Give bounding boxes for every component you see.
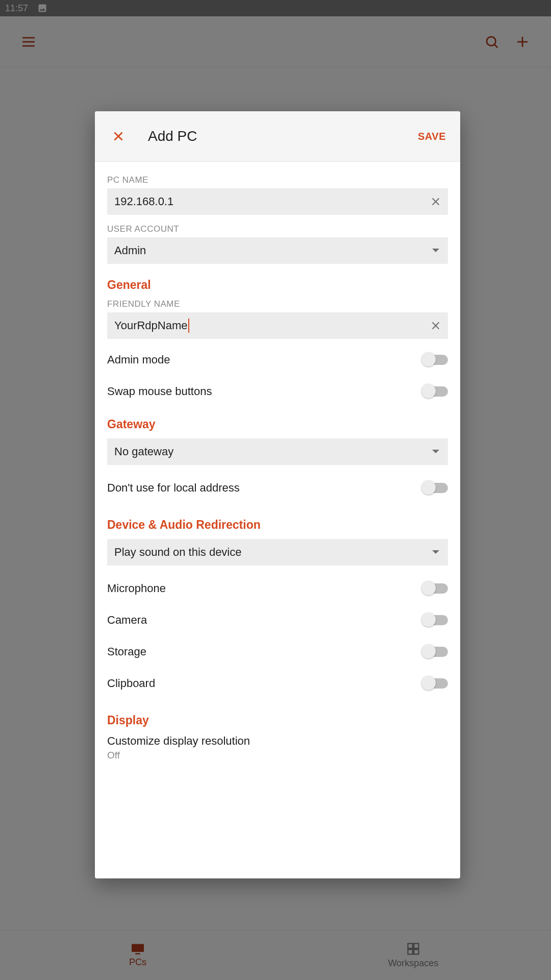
friendly-name-value: YourRdpName	[114, 319, 188, 332]
storage-row: Storage	[107, 636, 448, 668]
dialog-body: PC NAME USER ACCOUNT Admin General FRIEN…	[95, 162, 460, 878]
camera-row: Camera	[107, 604, 448, 636]
camera-label: Camera	[107, 614, 147, 627]
user-account-value: Admin	[114, 244, 146, 257]
customize-display-row[interactable]: Customize display resolution Off	[107, 734, 448, 761]
customize-display-label: Customize display resolution	[107, 734, 448, 748]
chevron-down-icon	[432, 449, 440, 454]
swap-mouse-toggle[interactable]	[422, 386, 448, 397]
microphone-toggle[interactable]	[422, 583, 448, 594]
gateway-dropdown[interactable]: No gateway	[107, 438, 448, 465]
user-account-label: USER ACCOUNT	[107, 224, 448, 234]
pc-name-field[interactable]	[107, 188, 448, 215]
save-button[interactable]: SAVE	[418, 131, 446, 142]
user-account-dropdown[interactable]: Admin	[107, 237, 448, 264]
chevron-down-icon	[432, 550, 440, 555]
pc-name-input[interactable]	[114, 195, 441, 208]
customize-display-value: Off	[107, 750, 448, 761]
dialog-title: Add PC	[148, 128, 418, 144]
dont-use-local-toggle[interactable]	[422, 483, 448, 493]
section-gateway-title: Gateway	[107, 418, 448, 431]
swap-mouse-row: Swap mouse buttons	[107, 376, 448, 407]
clipboard-toggle[interactable]	[422, 678, 448, 689]
dont-use-local-row: Don't use for local address	[107, 472, 448, 504]
pc-name-label: PC NAME	[107, 175, 448, 185]
section-device-audio-title: Device & Audio Redirection	[107, 518, 448, 532]
sound-dropdown[interactable]: Play sound on this device	[107, 539, 448, 566]
chevron-down-icon	[432, 248, 440, 253]
gateway-value: No gateway	[114, 445, 173, 458]
storage-label: Storage	[107, 645, 146, 658]
clipboard-label: Clipboard	[107, 677, 155, 690]
clear-icon[interactable]	[429, 194, 443, 209]
microphone-row: Microphone	[107, 573, 448, 604]
sound-value: Play sound on this device	[114, 546, 242, 559]
camera-toggle[interactable]	[422, 615, 448, 625]
clipboard-row: Clipboard	[107, 668, 448, 699]
admin-mode-row: Admin mode	[107, 344, 448, 376]
clear-icon[interactable]	[429, 318, 443, 333]
dialog-header: Add PC SAVE	[95, 111, 460, 162]
admin-mode-label: Admin mode	[107, 353, 170, 366]
microphone-label: Microphone	[107, 582, 166, 595]
swap-mouse-label: Swap mouse buttons	[107, 385, 212, 398]
section-general-title: General	[107, 278, 448, 292]
friendly-name-field[interactable]: YourRdpName	[107, 312, 448, 339]
storage-toggle[interactable]	[422, 647, 448, 657]
friendly-name-label: FRIENDLY NAME	[107, 299, 448, 309]
text-caret	[188, 318, 189, 333]
close-icon[interactable]	[109, 127, 128, 145]
add-pc-dialog: Add PC SAVE PC NAME USER ACCOUNT Admin G…	[95, 111, 460, 878]
section-display-title: Display	[107, 714, 448, 727]
dont-use-local-label: Don't use for local address	[107, 481, 240, 495]
admin-mode-toggle[interactable]	[422, 355, 448, 365]
